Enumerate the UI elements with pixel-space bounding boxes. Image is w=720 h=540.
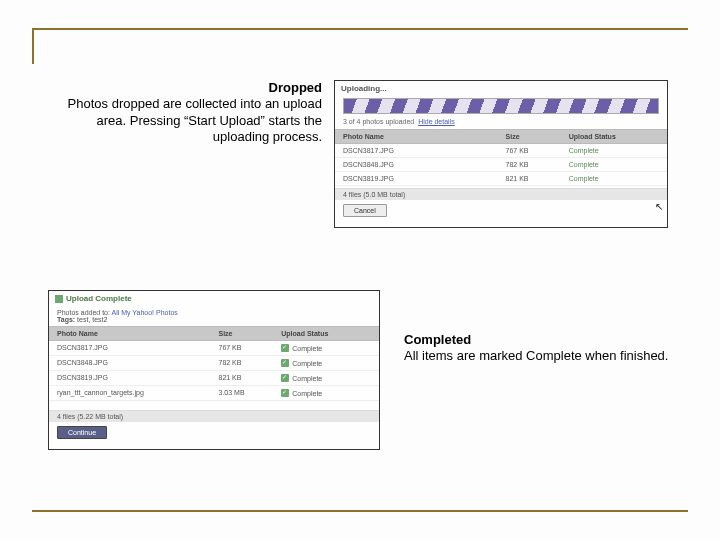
screenshot-uploading: Uploading... 3 of 4 photos uploaded Hide… <box>334 80 668 228</box>
row-dropped: Dropped Photos dropped are collected int… <box>48 80 688 228</box>
col-status: Upload Status <box>281 330 371 337</box>
screenshot-complete: Upload Complete Photos added to: All My … <box>48 290 380 450</box>
check-icon <box>281 389 289 397</box>
check-icon <box>55 295 63 303</box>
continue-button[interactable]: Continue <box>57 426 107 439</box>
completed-title: Completed <box>404 332 680 348</box>
added-line: Photos added to: All My Yahoo! Photos Ta… <box>49 306 379 326</box>
col-name: Photo Name <box>343 133 506 140</box>
check-icon <box>281 344 289 352</box>
progress-bar <box>343 98 659 114</box>
col-name: Photo Name <box>57 330 218 337</box>
completed-body: All items are marked Complete when finis… <box>404 348 668 363</box>
table-row: DSCN3848.JPG782 KBComplete <box>335 158 667 172</box>
col-status: Upload Status <box>569 133 659 140</box>
uploading-header: Uploading... <box>335 81 667 96</box>
check-icon <box>281 359 289 367</box>
complete-table: Photo Name Size Upload Status DSCN3817.J… <box>49 326 379 401</box>
table-row: DSCN3817.JPG767 KBComplete <box>49 341 379 356</box>
uploading-footer: 4 files (5.0 MB total) Cancel <box>335 188 667 221</box>
col-size: Size <box>218 330 281 337</box>
table-row: DSCN3817.JPG767 KBComplete <box>335 144 667 158</box>
complete-header: Upload Complete <box>49 291 379 306</box>
destination-link[interactable]: All My Yahoo! Photos <box>112 309 178 316</box>
table-row: DSCN3848.JPG782 KBComplete <box>49 356 379 371</box>
dropped-body: Photos dropped are collected into an upl… <box>68 96 322 144</box>
progress-subtext: 3 of 4 photos uploaded Hide details <box>335 118 667 129</box>
cancel-button[interactable]: Cancel <box>343 204 387 217</box>
table-row: ryan_ttt_cannon_targets.jpg3.03 MBComple… <box>49 386 379 401</box>
completed-text: Completed All items are marked Complete … <box>380 290 680 365</box>
dropped-text: Dropped Photos dropped are collected int… <box>48 80 330 145</box>
complete-footer: 4 files (5.22 MB total) Continue <box>49 410 379 443</box>
progress-count: 3 of 4 photos uploaded <box>343 118 414 125</box>
dropped-title: Dropped <box>48 80 322 96</box>
table-header: Photo Name Size Upload Status <box>49 326 379 341</box>
footer-summary: 4 files (5.0 MB total) <box>335 188 667 200</box>
hide-details-link[interactable]: Hide details <box>418 118 455 125</box>
table-header: Photo Name Size Upload Status <box>335 129 667 144</box>
table-row: DSCN3819.JPG821 KBComplete <box>335 172 667 186</box>
cursor-icon: ↖ <box>655 201 663 212</box>
frame-corner <box>32 28 34 64</box>
row-completed: Upload Complete Photos added to: All My … <box>48 290 688 450</box>
check-icon <box>281 374 289 382</box>
table-row: DSCN3819.JPG821 KBComplete <box>49 371 379 386</box>
col-size: Size <box>506 133 569 140</box>
footer-summary: 4 files (5.22 MB total) <box>49 410 379 422</box>
